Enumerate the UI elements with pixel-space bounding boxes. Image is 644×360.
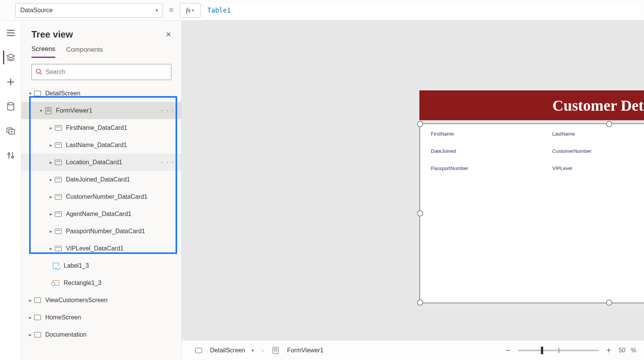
advanced-button[interactable] xyxy=(4,149,18,162)
datacard-icon xyxy=(54,210,62,218)
screen-icon xyxy=(34,314,41,321)
label-icon xyxy=(52,262,60,270)
resize-handle[interactable] xyxy=(417,210,423,216)
field-label: PassportNumber xyxy=(431,165,545,171)
screen-icon xyxy=(195,347,202,354)
tree-node-documentation[interactable]: ▸Documentation xyxy=(21,326,181,343)
data-button[interactable] xyxy=(4,100,18,113)
formula-input[interactable] xyxy=(204,3,641,18)
canvas-area[interactable]: Customer Details FirstName LastName Loca… xyxy=(182,21,644,360)
resize-handle[interactable] xyxy=(606,121,612,127)
tree-node-detailscreen[interactable]: ▾ DetailScreen xyxy=(21,85,181,102)
zoom-in-button[interactable]: + xyxy=(604,345,613,355)
field-label: CustomerNumber xyxy=(552,148,644,154)
property-selector[interactable]: DataSource ▾ xyxy=(15,3,163,18)
node-label: Documentation xyxy=(45,331,87,338)
chevron-right-icon: ▸ xyxy=(48,229,54,234)
tree-node-formviewer[interactable]: ▾ FormViewer1 · · · xyxy=(21,102,181,119)
equals-sign: = xyxy=(166,6,177,15)
zoom-controls: − + 50 % xyxy=(504,345,636,355)
plus-icon xyxy=(7,78,15,86)
tree-node-datacard[interactable]: ▸AgentName_DataCard1 xyxy=(21,205,181,223)
tree-node-datacard[interactable]: ▸LastName_DataCard1 xyxy=(21,136,181,154)
datacard-icon xyxy=(54,193,62,201)
tree-node-datacard[interactable]: ▸CustomerNumber_DataCard1 xyxy=(21,188,181,205)
resize-handle[interactable] xyxy=(606,299,612,306)
form-icon xyxy=(44,107,52,115)
svg-point-0 xyxy=(8,103,14,105)
crumb-label: FormViewer1 xyxy=(287,347,324,354)
tree-tabs: Screens Components xyxy=(21,43,181,58)
database-icon xyxy=(7,102,14,111)
resize-handle[interactable] xyxy=(417,299,423,306)
left-rail xyxy=(0,21,21,360)
field-label: LastName xyxy=(552,131,644,137)
node-label: VIPLevel_DataCard1 xyxy=(66,245,123,252)
datacard-icon xyxy=(54,141,62,149)
datacard-icon xyxy=(54,176,62,183)
tab-components[interactable]: Components xyxy=(66,43,103,58)
insert-button[interactable] xyxy=(4,75,18,89)
hamburger-button[interactable] xyxy=(4,26,18,40)
node-label: Label1_3 xyxy=(64,262,89,269)
screen-icon xyxy=(34,90,41,97)
node-label: LastName_DataCard1 xyxy=(66,142,127,149)
form-icon xyxy=(272,347,279,354)
chevron-down-icon: ▾ xyxy=(192,8,194,12)
tree-node-rectangle[interactable]: Rectangle1_3 xyxy=(21,274,181,291)
tree-node-datacard[interactable]: ▸DateJoined_DataCard1 xyxy=(21,171,181,188)
media-icon xyxy=(7,128,15,134)
form-viewer-selection[interactable]: FirstName LastName Location DateJoined C… xyxy=(419,123,644,303)
node-label: FormViewer1 xyxy=(56,107,92,114)
more-button[interactable]: · · · xyxy=(161,158,177,166)
node-label: Location_DataCard1 xyxy=(66,159,122,166)
node-label: Rectangle1_3 xyxy=(64,280,102,286)
rectangle-icon xyxy=(52,279,60,287)
header-title: Customer Details xyxy=(552,97,644,115)
svg-point-5 xyxy=(36,69,41,74)
chevron-down-icon: ▾ xyxy=(38,108,44,113)
breadcrumb-form[interactable]: FormViewer1 xyxy=(266,344,329,357)
fx-label: fx xyxy=(186,7,191,14)
datacard-icon xyxy=(54,159,62,166)
tree-node-homescreen[interactable]: ▸HomeScreen xyxy=(21,309,181,326)
sliders-icon xyxy=(7,152,14,159)
zoom-value: 50 xyxy=(619,347,626,354)
screen-icon xyxy=(34,296,41,304)
screen-icon xyxy=(34,331,41,339)
form-grid: FirstName LastName Location DateJoined C… xyxy=(420,124,644,178)
media-button[interactable] xyxy=(4,124,18,138)
svg-point-3 xyxy=(8,153,10,155)
node-label: ViewCustomersScreen xyxy=(45,297,107,304)
formula-bar: DataSource ▾ = fx ▾ xyxy=(0,0,644,21)
tree-node-datacard[interactable]: ▸FirstName_DataCard1 xyxy=(21,119,181,136)
datacard-icon xyxy=(54,124,62,132)
tree-node-viewcustomers[interactable]: ▸ViewCustomersScreen xyxy=(21,291,181,309)
search-icon xyxy=(36,69,43,75)
tree-node-datacard[interactable]: ▸PassportNumber_DataCard1 xyxy=(21,223,181,240)
layers-icon xyxy=(7,54,15,61)
close-panel-button[interactable]: ✕ xyxy=(166,30,171,39)
close-icon: ✕ xyxy=(166,31,171,38)
tree-node-datacard[interactable]: ▸Location_DataCard1· · · xyxy=(21,154,181,171)
chevron-down-icon: ▾ xyxy=(251,348,254,353)
tree-search[interactable] xyxy=(31,64,171,80)
chevron-right-icon: ▸ xyxy=(48,142,54,148)
tree-search-input[interactable] xyxy=(46,69,167,75)
resize-handle[interactable] xyxy=(417,121,423,127)
zoom-slider[interactable] xyxy=(518,350,599,351)
property-name: DataSource xyxy=(20,7,53,14)
chevron-right-icon: ▸ xyxy=(27,315,34,320)
tree-node-label[interactable]: Label1_3 xyxy=(21,257,181,274)
breadcrumb-screen[interactable]: DetailScreen ▾ xyxy=(189,344,259,357)
more-button[interactable]: · · · xyxy=(161,106,177,115)
tree-node-datacard[interactable]: ▸VIPLevel_DataCard1 xyxy=(21,240,181,257)
screen-header: Customer Details xyxy=(419,90,644,120)
fx-button[interactable]: fx ▾ xyxy=(180,3,200,18)
chevron-right-icon: ▸ xyxy=(48,246,54,251)
tree-view-button[interactable] xyxy=(3,51,17,64)
chevron-right-icon: ▸ xyxy=(48,211,54,217)
zoom-out-button[interactable]: − xyxy=(504,345,513,355)
tab-screens[interactable]: Screens xyxy=(31,43,55,58)
tree-scroll[interactable]: ▾ DetailScreen ▾ FormViewer1 · · · ▸Firs… xyxy=(21,85,181,360)
